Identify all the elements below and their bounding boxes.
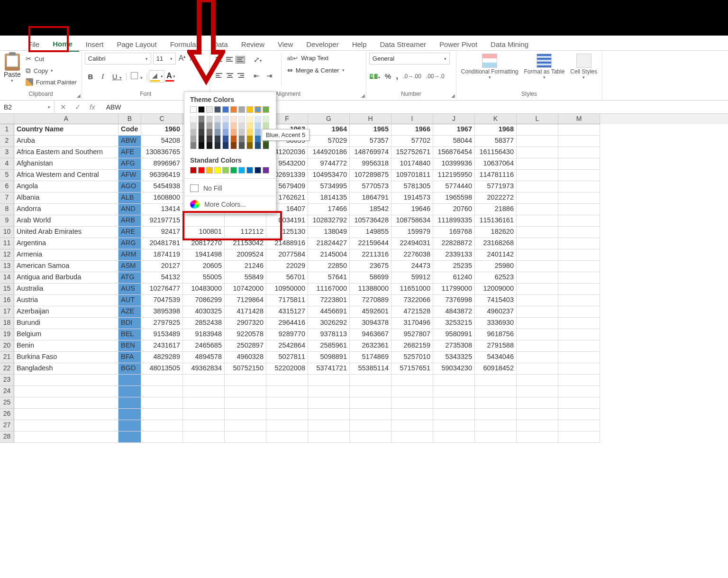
- cell[interactable]: 23168268: [475, 238, 517, 249]
- row-header[interactable]: 2: [0, 136, 14, 147]
- cell[interactable]: [391, 397, 433, 409]
- shade-swatch[interactable]: [198, 116, 205, 122]
- cell[interactable]: 17466: [308, 204, 350, 215]
- column-header[interactable]: B: [118, 114, 141, 124]
- cell[interactable]: 92417: [141, 227, 183, 238]
- cell[interactable]: 57029: [308, 136, 350, 147]
- cell[interactable]: 92197715: [141, 215, 183, 227]
- font-name-select[interactable]: Calibri▾: [85, 53, 151, 64]
- cell[interactable]: [558, 431, 600, 443]
- shade-swatch[interactable]: [230, 136, 237, 142]
- cell[interactable]: [183, 397, 225, 409]
- shade-swatch[interactable]: [206, 142, 213, 149]
- cell[interactable]: [14, 375, 118, 386]
- cell[interactable]: ALB: [118, 193, 141, 204]
- cell[interactable]: AZE: [118, 306, 141, 318]
- row-header[interactable]: 11: [0, 238, 14, 249]
- cell[interactable]: 4894578: [183, 352, 225, 363]
- shade-swatch[interactable]: [190, 122, 197, 129]
- cell[interactable]: 13414: [141, 204, 183, 215]
- paste-button[interactable]: Paste ▾: [3, 53, 22, 84]
- cell[interactable]: ASM: [118, 261, 141, 272]
- cell[interactable]: 5781305: [391, 181, 433, 193]
- cell[interactable]: 2852438: [183, 318, 225, 329]
- cell[interactable]: 182620: [475, 227, 517, 238]
- cell[interactable]: [141, 409, 183, 420]
- row-header[interactable]: 1: [0, 124, 14, 136]
- cell[interactable]: 9527807: [391, 329, 433, 340]
- cell[interactable]: [517, 170, 558, 181]
- cell[interactable]: 7270889: [350, 295, 391, 306]
- cell[interactable]: 2211316: [350, 249, 391, 261]
- cell[interactable]: Benin: [14, 340, 118, 352]
- row-header[interactable]: 13: [0, 261, 14, 272]
- cell[interactable]: 2077584: [266, 249, 308, 261]
- shade-swatch[interactable]: [238, 116, 245, 122]
- borders-button[interactable]: ▾: [128, 70, 145, 83]
- cell[interactable]: [308, 409, 350, 420]
- cell[interactable]: 2465685: [183, 340, 225, 352]
- cell[interactable]: [266, 409, 308, 420]
- enter-formula-icon[interactable]: ✓: [75, 103, 81, 111]
- cell[interactable]: [475, 386, 517, 397]
- cell[interactable]: BGD: [118, 363, 141, 375]
- cell[interactable]: 9618756: [475, 329, 517, 340]
- italic-button[interactable]: I: [97, 71, 109, 83]
- row-header[interactable]: 19: [0, 329, 14, 340]
- cell[interactable]: 1966: [391, 124, 433, 136]
- cell[interactable]: 102832792: [308, 215, 350, 227]
- standard-color-swatch[interactable]: [198, 167, 205, 174]
- cell[interactable]: 7376998: [433, 295, 475, 306]
- underline-button[interactable]: U ▾: [109, 71, 125, 83]
- cell[interactable]: 5027811: [266, 352, 308, 363]
- cell[interactable]: [183, 375, 225, 386]
- cell[interactable]: 1965598: [433, 193, 475, 204]
- cell[interactable]: [14, 386, 118, 397]
- cell[interactable]: AUT: [118, 295, 141, 306]
- cell[interactable]: [183, 431, 225, 443]
- cell[interactable]: 23675: [350, 261, 391, 272]
- cell[interactable]: 2431617: [141, 340, 183, 352]
- standard-color-swatch[interactable]: [214, 167, 221, 174]
- cell[interactable]: 2907320: [225, 318, 266, 329]
- shade-swatch[interactable]: [255, 142, 261, 149]
- cell[interactable]: AFW: [118, 170, 141, 181]
- standard-color-swatch[interactable]: [238, 167, 245, 174]
- cell[interactable]: 59912: [391, 272, 433, 284]
- cell[interactable]: 4829289: [141, 352, 183, 363]
- cell[interactable]: 10399936: [433, 158, 475, 170]
- row-header[interactable]: 9: [0, 215, 14, 227]
- cell[interactable]: [517, 397, 558, 409]
- cell[interactable]: 54208: [141, 136, 183, 147]
- cell[interactable]: 9220578: [225, 329, 266, 340]
- cell[interactable]: [141, 386, 183, 397]
- cell[interactable]: [517, 409, 558, 420]
- cell[interactable]: Bangladesh: [14, 363, 118, 375]
- cell[interactable]: 7322066: [391, 295, 433, 306]
- cell[interactable]: 57357: [350, 136, 391, 147]
- merge-center-button[interactable]: ⇔Merge & Center ▾: [287, 66, 345, 74]
- cell[interactable]: 2735308: [433, 340, 475, 352]
- cell[interactable]: [433, 409, 475, 420]
- align-bottom-button[interactable]: [236, 56, 245, 64]
- cell[interactable]: [225, 409, 266, 420]
- column-header[interactable]: I: [391, 114, 433, 124]
- cell[interactable]: [141, 397, 183, 409]
- cell[interactable]: 21824427: [308, 238, 350, 249]
- cell[interactable]: 22828872: [433, 238, 475, 249]
- cell[interactable]: [558, 158, 600, 170]
- tab-developer[interactable]: Developer: [300, 37, 345, 51]
- cell[interactable]: 57157651: [391, 363, 433, 375]
- cell[interactable]: [558, 295, 600, 306]
- cell[interactable]: [475, 420, 517, 431]
- cell[interactable]: [433, 375, 475, 386]
- cell[interactable]: [266, 397, 308, 409]
- cell[interactable]: 1968: [475, 124, 517, 136]
- cell[interactable]: [141, 431, 183, 443]
- cell[interactable]: [517, 386, 558, 397]
- shade-swatch[interactable]: [255, 122, 261, 129]
- standard-color-swatch[interactable]: [190, 167, 197, 174]
- cell[interactable]: 115136161: [475, 215, 517, 227]
- row-header[interactable]: 27: [0, 420, 14, 431]
- cell[interactable]: 5343325: [433, 352, 475, 363]
